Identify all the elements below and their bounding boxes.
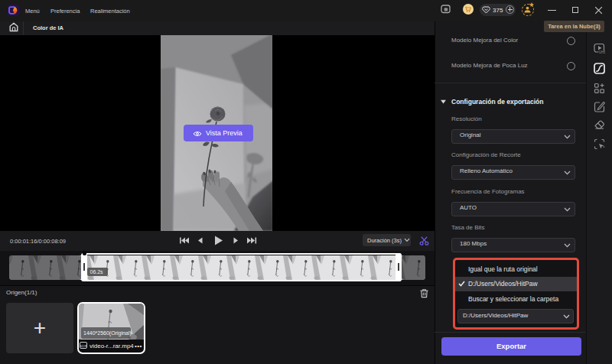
svg-text:SDR: SDR [80,344,87,348]
svg-text:UHD: UHD [599,50,605,54]
